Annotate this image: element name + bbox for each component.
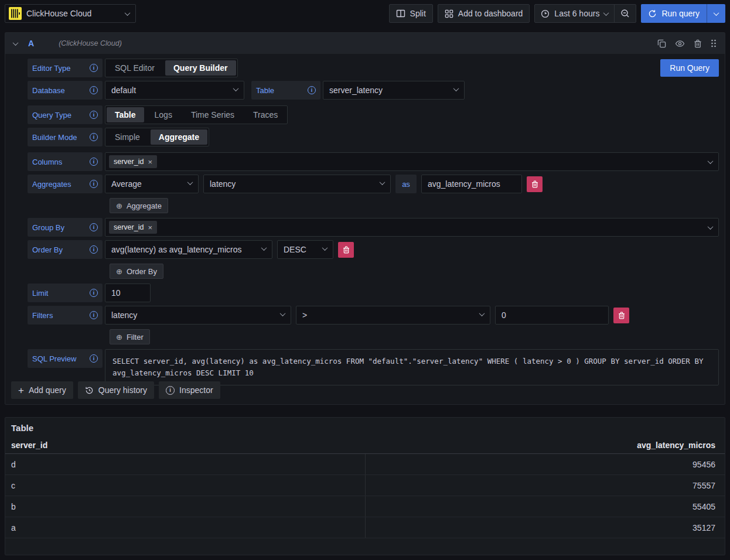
- database-label: Database i: [28, 81, 103, 100]
- chevron-down-icon: [261, 245, 267, 251]
- builder-mode-radio-group: Simple Aggregate: [105, 128, 209, 146]
- info-icon: i: [90, 245, 98, 254]
- builder-mode-aggregate[interactable]: Aggregate: [151, 129, 207, 145]
- column-header-avg-latency-micros[interactable]: avg_latency_micros: [365, 441, 725, 450]
- query-type-time-series[interactable]: Time Series: [183, 107, 243, 122]
- group-by-label: Group By i: [28, 218, 103, 237]
- remove-aggregate-button[interactable]: [527, 176, 543, 192]
- columns-multiselect[interactable]: server_id ×: [105, 152, 719, 171]
- zoom-out-time-button[interactable]: [615, 5, 636, 22]
- limit-label: Limit i: [28, 284, 103, 302]
- chevron-down-icon: [322, 245, 328, 251]
- query-editor-panel: A (ClickHouse Cloud): [5, 32, 725, 405]
- aggregate-alias-input[interactable]: [421, 175, 522, 193]
- remove-chip-icon[interactable]: ×: [148, 224, 152, 231]
- add-query-button[interactable]: + Add query: [11, 381, 73, 399]
- info-icon: i: [308, 86, 316, 94]
- filter-operator-select[interactable]: >: [296, 306, 490, 325]
- run-query-editor-button[interactable]: Run Query: [660, 59, 719, 77]
- query-header: A (ClickHouse Cloud): [5, 33, 725, 54]
- circled-plus-icon: ⊕: [116, 333, 122, 342]
- cell-server-id: d: [5, 460, 365, 469]
- datasource-picker[interactable]: ClickHouse Cloud: [5, 4, 136, 23]
- cell-server-id: a: [5, 523, 365, 532]
- add-aggregate-button[interactable]: ⊕ Aggregate: [110, 198, 168, 213]
- time-picker-group: Last 6 hours: [534, 4, 636, 23]
- info-icon: i: [90, 86, 98, 94]
- hide-query-button[interactable]: [675, 39, 685, 48]
- filter-field-select[interactable]: latency: [105, 306, 291, 325]
- query-history-button[interactable]: Query history: [78, 381, 154, 399]
- table-header-row: server_id avg_latency_micros: [5, 436, 725, 454]
- table-row: a 35127: [5, 517, 725, 538]
- zoom-out-icon: [620, 9, 630, 18]
- cell-server-id: c: [5, 481, 365, 490]
- info-icon: i: [90, 354, 98, 363]
- add-order-by-button[interactable]: ⊕ Order By: [110, 264, 163, 279]
- editor-type-radio-group: SQL Editor Query Builder: [105, 59, 238, 77]
- inspector-button[interactable]: i Inspector: [159, 381, 220, 399]
- editor-type-sql-editor[interactable]: SQL Editor: [107, 60, 163, 76]
- builder-mode-simple[interactable]: Simple: [107, 129, 148, 145]
- cell-server-id: b: [5, 502, 365, 511]
- table-body: d 95456 c 75557 b 55405 a 35127: [5, 454, 725, 538]
- dashboard-grid-icon: [445, 9, 453, 18]
- run-query-dropdown-button[interactable]: [707, 4, 725, 23]
- query-type-logs[interactable]: Logs: [146, 107, 180, 122]
- filter-value-input[interactable]: [495, 306, 609, 325]
- add-filter-button[interactable]: ⊕ Filter: [110, 329, 150, 344]
- split-button[interactable]: Split: [389, 4, 433, 23]
- aggregate-column-select[interactable]: latency: [203, 175, 391, 193]
- aggregate-function-select[interactable]: Average: [105, 175, 199, 193]
- order-by-direction-select[interactable]: DESC: [277, 240, 333, 259]
- query-type-table[interactable]: Table: [107, 107, 144, 122]
- time-range-button[interactable]: Last 6 hours: [535, 5, 614, 22]
- clickhouse-logo-icon: [9, 7, 22, 20]
- split-icon: [396, 9, 405, 18]
- duplicate-query-button[interactable]: [657, 39, 666, 48]
- info-icon: i: [90, 180, 98, 188]
- run-query-button[interactable]: Run query: [641, 4, 707, 23]
- cell-avg-latency: 95456: [365, 454, 725, 474]
- chevron-down-icon: [714, 10, 719, 16]
- history-icon: [85, 386, 94, 395]
- editor-type-query-builder[interactable]: Query Builder: [165, 60, 236, 76]
- chevron-down-icon: [187, 179, 193, 185]
- query-type-traces[interactable]: Traces: [245, 107, 286, 122]
- order-by-field-select[interactable]: avg(latency) as avg_latency_micros: [105, 240, 272, 259]
- editor-type-label: Editor Type i: [28, 59, 103, 77]
- table-label: Table i: [251, 81, 320, 100]
- info-icon: i: [90, 158, 98, 166]
- table-row: b 55405: [5, 496, 725, 517]
- group-by-chip-server-id: server_id ×: [109, 221, 157, 234]
- explore-toolbar: ClickHouse Cloud Split Add to dashboard: [0, 0, 730, 27]
- table-select[interactable]: server_latency: [323, 81, 465, 100]
- chevron-down-icon: [233, 86, 239, 91]
- run-query-split-button: Run query: [641, 4, 725, 23]
- chevron-down-icon: [280, 310, 286, 316]
- info-icon: i: [90, 223, 98, 231]
- collapse-chevron-icon[interactable]: [13, 40, 19, 46]
- database-select[interactable]: default: [105, 81, 244, 100]
- drag-handle-icon[interactable]: [711, 39, 717, 48]
- cell-avg-latency: 75557: [365, 475, 725, 496]
- datasource-name: ClickHouse Cloud: [26, 9, 121, 18]
- chevron-down-icon: [708, 158, 714, 164]
- add-to-dashboard-button[interactable]: Add to dashboard: [438, 4, 530, 23]
- table-panel: Table server_id avg_latency_micros d 954…: [5, 417, 725, 555]
- remove-order-by-button[interactable]: [338, 242, 354, 258]
- table-row: d 95456: [5, 454, 725, 475]
- filters-label: Filters i: [28, 306, 103, 325]
- chevron-down-icon: [479, 310, 485, 316]
- remove-filter-button[interactable]: [613, 308, 629, 323]
- column-header-server-id[interactable]: server_id: [5, 441, 365, 450]
- remove-chip-icon[interactable]: ×: [148, 158, 152, 166]
- delete-query-button[interactable]: [694, 39, 702, 48]
- circled-plus-icon: ⊕: [116, 202, 122, 210]
- limit-input[interactable]: [105, 284, 151, 302]
- info-icon: i: [90, 133, 98, 141]
- group-by-multiselect[interactable]: server_id ×: [105, 218, 719, 237]
- builder-mode-label: Builder Mode i: [28, 128, 103, 146]
- plus-icon: +: [18, 385, 24, 395]
- info-icon: i: [90, 289, 98, 297]
